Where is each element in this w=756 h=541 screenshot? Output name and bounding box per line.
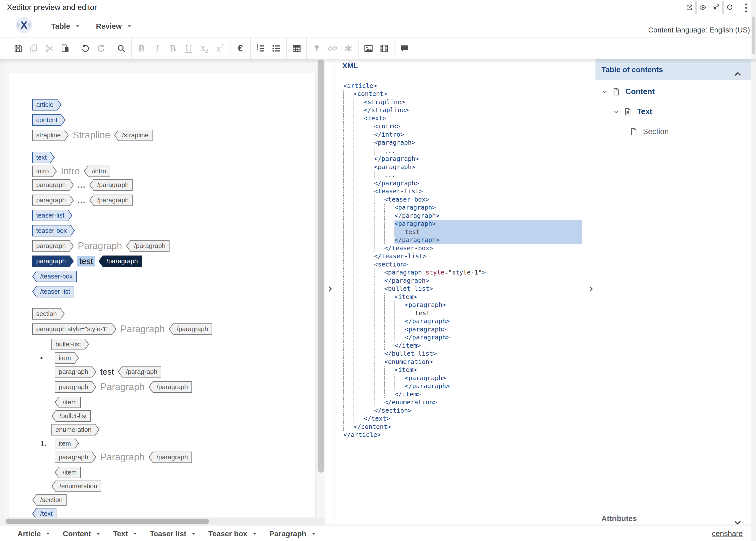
menu-bar: X TableReview Content language: English … bbox=[0, 15, 756, 37]
document-text[interactable]: test bbox=[101, 367, 114, 377]
tag-pill-paragraph[interactable]: paragraph bbox=[32, 179, 74, 191]
tag-pill--paragraph[interactable]: /paragraph bbox=[89, 195, 133, 206]
tag-pill-bullet-list[interactable]: bullet-list bbox=[51, 339, 89, 350]
indent-guide bbox=[374, 374, 384, 382]
indent-guide bbox=[354, 293, 364, 301]
tag-pill--paragraph[interactable]: /paragraph bbox=[99, 256, 142, 267]
tag-pill-teaser-list[interactable]: teaser-list bbox=[32, 210, 73, 221]
refresh-button[interactable] bbox=[723, 1, 736, 14]
tag-pill-paragraph[interactable]: paragraph bbox=[55, 452, 97, 463]
document-horizontal-scrollbar[interactable] bbox=[6, 519, 209, 524]
copy-button bbox=[26, 38, 41, 59]
tag-pill-teaser-box[interactable]: teaser-box bbox=[32, 225, 75, 237]
tag-pill-paragraph[interactable]: paragraph bbox=[32, 195, 74, 206]
collapse-xml-panel-button[interactable] bbox=[586, 283, 596, 295]
search-button[interactable] bbox=[113, 38, 129, 59]
tag-pill-item[interactable]: item bbox=[55, 352, 79, 364]
tag-pill--bullet-list[interactable]: /bullet-list bbox=[51, 410, 91, 422]
document-text[interactable]: Intro bbox=[61, 166, 80, 177]
document-text[interactable]: Paragraph bbox=[121, 324, 164, 334]
tag-pill-paragraph[interactable]: paragraph bbox=[32, 240, 74, 252]
document-vertical-scrollbar[interactable] bbox=[318, 60, 324, 473]
indent-guide bbox=[354, 260, 364, 269]
tag-pill--paragraph[interactable]: /paragraph bbox=[148, 381, 192, 393]
document-text[interactable]: Paragraph bbox=[101, 452, 144, 463]
tag-pill-paragraph[interactable]: paragraph bbox=[55, 381, 97, 393]
document-text[interactable]: ... bbox=[77, 181, 86, 189]
asterisk-icon bbox=[343, 43, 353, 53]
tag-pill-content[interactable]: content bbox=[32, 114, 65, 126]
collapse-editor-panel-button[interactable] bbox=[325, 283, 335, 295]
document-text[interactable]: Paragraph bbox=[101, 382, 144, 392]
tag-pill--teaser-box[interactable]: /teaser-box bbox=[32, 271, 77, 282]
toc-header[interactable]: Table of contents bbox=[596, 59, 751, 80]
ordered-list-button[interactable]: 123 bbox=[253, 38, 268, 59]
path-item-paragraph[interactable]: Paragraph bbox=[269, 530, 317, 538]
tag-pill-section[interactable]: section bbox=[32, 308, 65, 320]
tag-pill--strapline[interactable]: /strapline bbox=[114, 130, 152, 141]
menu-label: Review bbox=[96, 22, 122, 30]
menu-table[interactable]: Table bbox=[51, 22, 81, 30]
tag-pill-strapline[interactable]: strapline bbox=[32, 130, 69, 141]
window-scrollbar[interactable] bbox=[751, 0, 756, 541]
euro-sign-button[interactable]: € bbox=[232, 38, 248, 59]
chevron-down-icon[interactable] bbox=[613, 108, 620, 115]
document-row: bullet-list bbox=[9, 337, 315, 352]
tag-pill--paragraph[interactable]: /paragraph bbox=[169, 323, 212, 335]
censhare-link[interactable]: censhare bbox=[712, 526, 743, 541]
document-page[interactable]: articlecontentstraplineStrapline/strapli… bbox=[8, 73, 316, 518]
tag-pill--item[interactable]: /item bbox=[55, 467, 81, 478]
path-item-teaser-box[interactable]: Teaser box bbox=[208, 530, 258, 538]
tag-pill--item[interactable]: /item bbox=[55, 397, 81, 408]
insert-image-button[interactable] bbox=[361, 38, 376, 59]
document-text[interactable]: ... bbox=[77, 196, 86, 205]
tag-pill-paragraph-style--style-1-[interactable]: paragraph style="style-1" bbox=[32, 323, 117, 335]
tag-pill--teaser-list[interactable]: /teaser-list bbox=[32, 286, 74, 297]
resize-button[interactable] bbox=[710, 1, 723, 14]
path-item-content[interactable]: Content bbox=[63, 530, 101, 538]
tag-pill-enumeration[interactable]: enumeration bbox=[51, 424, 100, 436]
indent-guide bbox=[354, 406, 364, 415]
insert-video-button[interactable] bbox=[376, 38, 392, 59]
more-options-button[interactable] bbox=[740, 2, 752, 13]
tag-pill--paragraph[interactable]: /paragraph bbox=[126, 240, 169, 252]
tag-pill-paragraph[interactable]: paragraph bbox=[32, 256, 74, 267]
xml-code[interactable]: <article><content><strapline></strapline… bbox=[343, 82, 586, 439]
path-item-teaser-list[interactable]: Teaser list bbox=[150, 530, 197, 538]
path-item-text[interactable]: Text bbox=[113, 530, 138, 538]
path-item-article[interactable]: Article bbox=[17, 530, 51, 538]
tag-pill--enumeration[interactable]: /enumeration bbox=[51, 481, 101, 492]
paste-button[interactable] bbox=[57, 38, 73, 59]
unordered-list-button[interactable] bbox=[268, 38, 284, 59]
open-external-button[interactable] bbox=[683, 1, 696, 14]
toc-item-text[interactable]: Text bbox=[596, 102, 751, 122]
tag-pill-intro[interactable]: intro bbox=[32, 166, 57, 177]
document-row: /item bbox=[9, 465, 315, 480]
tag-pill-article[interactable]: article bbox=[32, 99, 61, 111]
preview-button[interactable] bbox=[696, 1, 709, 14]
tag-pill--section[interactable]: /section bbox=[32, 494, 67, 506]
selected-text[interactable]: test bbox=[77, 256, 95, 267]
save-button[interactable] bbox=[10, 38, 26, 59]
toc-item-section[interactable]: Section bbox=[596, 122, 751, 142]
toc-item-content[interactable]: Content bbox=[596, 82, 751, 102]
tag-pill-text[interactable]: text bbox=[32, 152, 55, 163]
tag-pill--text[interactable]: /text bbox=[32, 508, 57, 518]
document-horizontal-scrollbar-track[interactable] bbox=[4, 518, 325, 525]
tag-pill--paragraph[interactable]: /paragraph bbox=[89, 179, 133, 191]
tag-pill-item[interactable]: item bbox=[55, 438, 79, 449]
chevron-down-icon[interactable] bbox=[601, 88, 609, 95]
resize-icon bbox=[712, 4, 720, 11]
document-row: /teaser-list bbox=[9, 284, 315, 299]
menu-review[interactable]: Review bbox=[96, 22, 132, 30]
tag-pill-paragraph[interactable]: paragraph bbox=[55, 366, 97, 378]
comment-button[interactable] bbox=[396, 38, 412, 59]
document-text[interactable]: Strapline bbox=[73, 130, 110, 141]
tag-pill--paragraph[interactable]: /paragraph bbox=[118, 366, 161, 378]
undo-button[interactable] bbox=[77, 38, 93, 59]
attributes-panel-header[interactable]: Attributes bbox=[596, 512, 751, 525]
tag-pill--intro[interactable]: /intro bbox=[84, 166, 111, 177]
insert-table-button[interactable] bbox=[289, 38, 304, 59]
document-text[interactable]: Paragraph bbox=[78, 241, 122, 251]
tag-pill--paragraph[interactable]: /paragraph bbox=[148, 452, 192, 463]
